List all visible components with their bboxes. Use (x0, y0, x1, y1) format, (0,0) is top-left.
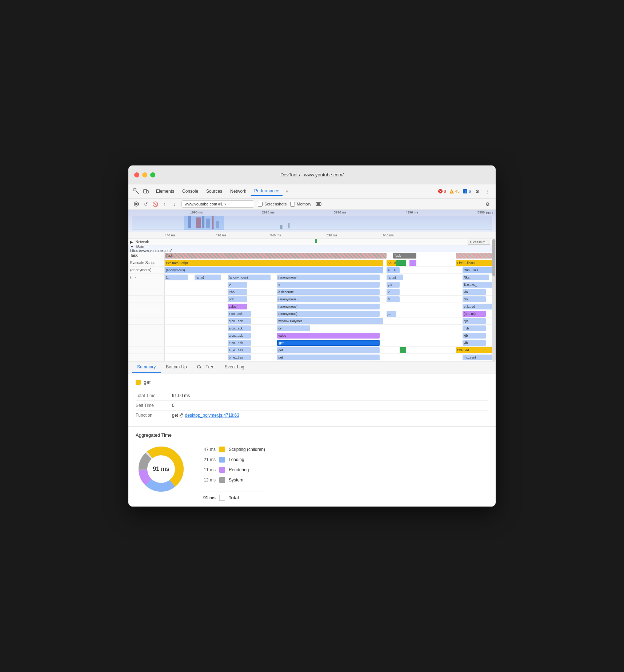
bar-aco2-2[interactable]: value (277, 333, 380, 339)
more-tabs-button[interactable]: » (284, 187, 291, 195)
tab-sources[interactable]: Sources (203, 187, 226, 196)
memory-checkbox[interactable] (290, 202, 295, 207)
bar-aco2-1[interactable]: a.co...ack (228, 333, 251, 339)
refresh-button[interactable]: ↺ (142, 200, 149, 208)
bar-dco-2[interactable]: window.Polymer (277, 318, 383, 324)
minimize-button[interactable] (142, 172, 147, 177)
inspect-icon[interactable] (133, 188, 140, 195)
main-toggle[interactable]: ▼ (130, 245, 134, 249)
bar-4-5[interactable]: (a...s) (387, 275, 403, 280)
tab-console[interactable]: Console (179, 187, 202, 196)
flame-bar-area-task[interactable]: Task Task (165, 252, 496, 259)
flame-scrollbar[interactable] (492, 239, 496, 361)
tab-call-tree[interactable]: Call Tree (192, 361, 220, 373)
bar-v-1[interactable]: V (228, 282, 248, 288)
download-button[interactable]: ↓ (171, 200, 178, 208)
flame-bar-area-phb[interactable]: Phb a.decorate V xla (165, 288, 496, 295)
flame-bar-area-be[interactable]: b._e...ties get f.fi...vent (165, 354, 496, 361)
bar-4-2[interactable]: (a...s) (195, 275, 221, 280)
bar-4-6[interactable]: Rka (463, 275, 489, 280)
bar-xco-2[interactable]: (anonymous) (277, 311, 380, 317)
function-link[interactable]: desktop_polymer.js:4718:63 (185, 413, 239, 418)
tab-network[interactable]: Network (227, 187, 250, 196)
bar-phb-1[interactable]: Phb (228, 289, 248, 295)
url-dropdown-arrow[interactable]: ▾ (224, 202, 226, 206)
bar-be-1[interactable]: b._e...ties (228, 355, 251, 360)
clear-button[interactable]: 🚫 (152, 200, 159, 208)
memory-icon[interactable] (315, 200, 322, 208)
bar-4-3[interactable]: (anonymous) (228, 275, 271, 280)
info-badge[interactable]: i 6 (463, 189, 471, 194)
bar-eco-3[interactable]: yib (463, 340, 486, 346)
bar-phb-4[interactable]: xla (463, 289, 486, 295)
url-selector[interactable]: www.youtube.com #1 ▾ (181, 200, 254, 208)
evaluate-bar-1[interactable]: Evaluate Script (165, 260, 383, 266)
flame-bar-area-v[interactable]: V v g.S $i.e...ks_ (165, 281, 496, 288)
bar-aco1-3[interactable]: mjb (463, 325, 486, 331)
task-bar-2[interactable]: Task (393, 253, 416, 259)
anon-bar-2[interactable]: Fu...ll (387, 267, 400, 273)
close-button[interactable] (134, 172, 139, 177)
bar-aco1-2[interactable]: cy (277, 325, 310, 331)
flame-bar-area-aco2[interactable]: a.co...ack value kjb (165, 332, 496, 339)
bar-eco-1[interactable]: e.co...ack (228, 340, 251, 346)
tab-performance[interactable]: Performance (251, 187, 283, 196)
anon-bar-3[interactable]: Run ...sks (463, 267, 492, 273)
bar-phb2-2[interactable]: (anonymous) (277, 296, 380, 302)
error-badge[interactable]: ✕ 8 (438, 189, 446, 194)
bar-4-4[interactable]: (anonymous) (277, 275, 380, 280)
bar-v-4[interactable]: $i.e...ks_ (463, 282, 492, 288)
screenshots-checkbox[interactable] (258, 202, 263, 207)
tab-bottom-up[interactable]: Bottom-Up (161, 361, 192, 373)
evaluate-bar-3[interactable]: Fire l...llback (456, 260, 492, 266)
bar-xco-1[interactable]: x.co...ack (228, 311, 251, 317)
bar-4-1[interactable]: (... (165, 275, 188, 280)
flame-bar-area-aco1[interactable]: a.co...ack cy mjb (165, 325, 496, 332)
flame-scrollbar-thumb[interactable] (492, 239, 495, 276)
task-bar-3[interactable] (456, 253, 492, 259)
flame-bar-area-evaluate[interactable]: Evaluate Script An...d Fire l...llback (165, 259, 496, 266)
flame-bar-area-value[interactable]: value (anonymous) e.J...led (165, 303, 496, 310)
anon-bar-1[interactable]: (anonymous) (165, 267, 383, 273)
flame-bar-area-4[interactable]: (... (a...s) (anonymous) (anonymous) (a.… (165, 274, 496, 281)
record-button[interactable] (133, 200, 140, 208)
bar-value-2[interactable]: (anonymous) (277, 304, 380, 309)
bar-ae-1[interactable]: a._e...ties (228, 347, 251, 353)
flame-bar-area-dco[interactable]: d.co...ack window.Polymer qjb (165, 317, 496, 324)
bar-phb2-3[interactable]: S (387, 296, 400, 302)
settings-icon[interactable]: ⚙ (474, 188, 481, 195)
more-options-icon[interactable]: ⋮ (484, 188, 491, 195)
bar-v-3[interactable]: g.S (387, 282, 400, 288)
bar-xco-3[interactable]: j... (387, 311, 396, 317)
bar-value-1[interactable]: value (228, 304, 248, 309)
tab-elements[interactable]: Elements (152, 187, 178, 196)
bar-phb-2[interactable]: a.decorate (277, 289, 380, 295)
flame-bar-area-xco[interactable]: x.co...ack (anonymous) j... (an...us) (165, 310, 496, 317)
upload-button[interactable]: ↑ (161, 200, 168, 208)
bar-dco-3[interactable]: qjb (463, 318, 486, 324)
bar-v-2[interactable]: v (277, 282, 380, 288)
device-icon[interactable] (142, 188, 149, 195)
tab-summary[interactable]: Summary (132, 361, 161, 373)
bar-aco2-3[interactable]: kjb (463, 333, 486, 339)
warning-badge[interactable]: ! 45 (449, 189, 460, 194)
task-bar-1[interactable]: Task (165, 253, 387, 259)
tab-event-log[interactable]: Event Log (220, 361, 249, 373)
bar-be-3[interactable]: f.fi...vent (463, 355, 492, 360)
bar-value-3[interactable]: e.J...led (463, 304, 492, 309)
bar-dco-1[interactable]: d.co...ack (228, 318, 251, 324)
bar-get-selected[interactable]: get (277, 340, 380, 346)
flame-bar-area-eco[interactable]: e.co...ack get yib (165, 339, 496, 346)
bar-be-2[interactable]: get (277, 355, 380, 360)
bar-phb2-1[interactable]: phb (228, 296, 248, 302)
network-toggle[interactable]: ▶ (130, 240, 133, 244)
flame-bar-area-anonymous[interactable]: (anonymous) Fu...ll Run ...sks (165, 267, 496, 273)
capture-settings-icon[interactable]: ⚙ (484, 200, 491, 208)
bar-phb-3[interactable]: V (387, 289, 400, 295)
bar-xco-4[interactable]: (an...us) (463, 311, 486, 317)
timeline-mini[interactable]: CPU NET 1996 ms 2996 ms 3996 ms 4996 ms … (128, 210, 496, 232)
flame-bar-area-phb2[interactable]: phb (anonymous) S Bla (165, 296, 496, 303)
bar-ae-2[interactable]: get (277, 347, 380, 353)
flame-bar-area-ae[interactable]: a._e...ties get Eve...ed (165, 347, 496, 353)
maximize-button[interactable] (150, 172, 155, 177)
